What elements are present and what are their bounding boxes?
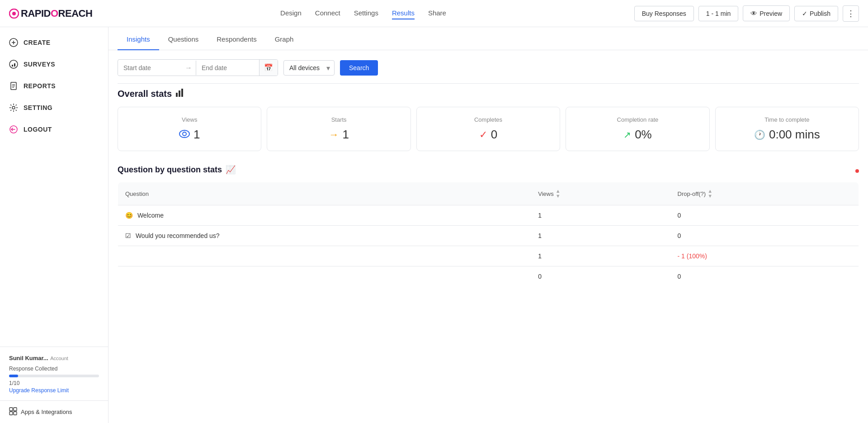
stat-value-views: 1 <box>179 128 200 142</box>
table-row: 0 0 <box>118 266 859 287</box>
td-views-row3: 1 <box>531 246 670 266</box>
sidebar-footer: Sunil Kumar... Account Response Collecte… <box>0 347 108 400</box>
tab-insights[interactable]: Insights <box>118 27 159 50</box>
sidebar-item-logout[interactable]: LOGOUT <box>0 119 108 140</box>
nav-settings[interactable]: Settings <box>354 7 378 19</box>
user-name: Sunil Kumar... <box>9 355 48 361</box>
app-container: RAPIDOREACH Design Connect Settings Resu… <box>0 0 868 423</box>
eye-preview-icon: 👁 <box>750 10 757 17</box>
svg-rect-6 <box>12 65 13 67</box>
plus-circle-icon <box>9 38 18 47</box>
start-date-input[interactable] <box>118 61 181 75</box>
nav-connect[interactable]: Connect <box>315 7 340 19</box>
tab-respondents[interactable]: Respondents <box>208 27 265 50</box>
publish-button[interactable]: ✓ Publish <box>794 6 838 21</box>
table-row: 1 - 1 (100%) <box>118 246 859 266</box>
question-table-head: Question Views ▲▼ <box>118 182 859 205</box>
checkbox-icon: ☑ <box>125 232 131 239</box>
logo-icon <box>9 9 19 19</box>
arrow-right-icon: → <box>329 129 339 141</box>
svg-rect-20 <box>181 89 183 97</box>
question-stats-title: Question by question stats 📈 <box>118 160 236 182</box>
svg-point-12 <box>12 106 15 109</box>
upgrade-link[interactable]: Upgrade Response Limit <box>9 387 99 394</box>
response-label: Response Collected <box>9 366 99 372</box>
th-dropoff[interactable]: Drop-off(?) ▲▼ <box>670 182 859 205</box>
td-dropoff-recommend: 0 <box>670 226 859 246</box>
stat-label-time-complete: Time to complete <box>764 116 809 123</box>
search-button[interactable]: Search <box>340 60 378 76</box>
clock-icon: 🕐 <box>754 129 765 140</box>
sub-tabs-bar: Insights Questions Respondents Graph <box>108 27 868 50</box>
sidebar-item-surveys[interactable]: SURVEYS <box>0 53 108 75</box>
question-table-body: 😊 Welcome 1 0 ☑ Would you recommended us… <box>118 205 859 287</box>
line-chart-icon: 📈 <box>226 165 236 175</box>
td-question-welcome: 😊 Welcome <box>118 205 531 226</box>
file-list-icon <box>9 81 18 90</box>
eye-icon <box>179 129 190 141</box>
stat-card-completes: Completes ✓ 0 <box>416 107 560 151</box>
overall-stats-title: Overall stats <box>108 84 868 107</box>
overall-stats-section: Overall stats Views 1 <box>108 84 868 160</box>
header: RAPIDOREACH Design Connect Settings Resu… <box>0 0 868 27</box>
svg-point-22 <box>183 132 186 136</box>
preview-button[interactable]: 👁 Preview <box>743 5 790 21</box>
stat-value-completes: ✓ 0 <box>479 128 497 142</box>
td-views-recommend: 1 <box>531 226 670 246</box>
sidebar-item-setting[interactable]: SETTING <box>0 97 108 119</box>
stat-value-starts: → 1 <box>329 128 349 142</box>
progress-bar-container <box>9 375 99 377</box>
smiley-icon: 😊 <box>125 212 133 219</box>
nav-results[interactable]: Results <box>392 7 415 19</box>
red-dot-indicator <box>855 169 859 173</box>
end-date-input[interactable] <box>196 61 259 75</box>
logo-reach: REACH <box>58 8 93 19</box>
table-row: ☑ Would you recommended us? 1 0 <box>118 226 859 246</box>
stat-card-views: Views 1 <box>118 107 261 151</box>
chart-bar-icon <box>9 60 18 69</box>
check-publish-icon: ✓ <box>802 10 807 17</box>
device-select[interactable]: All devices Desktop Mobile Tablet <box>283 60 335 76</box>
svg-point-5 <box>9 60 18 68</box>
negative-dropoff: - 1 (100%) <box>678 252 707 260</box>
svg-rect-19 <box>179 90 180 97</box>
checkmark-icon: ✓ <box>479 129 487 141</box>
logo: RAPIDOREACH <box>9 8 92 19</box>
svg-rect-15 <box>14 408 17 411</box>
td-views-welcome: 1 <box>531 205 670 226</box>
logo-text: RAPIDOREACH <box>21 8 92 19</box>
buy-responses-button[interactable]: Buy Responses <box>634 6 694 21</box>
calendar-icon[interactable]: 📅 <box>259 60 278 76</box>
stat-label-views: Views <box>182 116 197 123</box>
header-actions: Buy Responses 1 - 1 min 👁 Preview ✓ Publ… <box>634 5 859 22</box>
sidebar-item-create[interactable]: CREATE <box>0 32 108 53</box>
sidebar-apps-integrations[interactable]: Apps & Integrations <box>0 400 108 423</box>
date-arrow-icon: → <box>181 64 196 72</box>
table-header-row: Question Views ▲▼ <box>118 182 859 205</box>
td-question-row3 <box>118 246 531 266</box>
th-views[interactable]: Views ▲▼ <box>531 182 670 205</box>
user-account: Account <box>50 356 68 361</box>
sort-dropoff-icon: ▲▼ <box>708 189 712 199</box>
logo-rapid: RAPID <box>21 8 51 19</box>
tab-questions[interactable]: Questions <box>159 27 208 50</box>
question-stats-section: Question by question stats 📈 Question <box>108 160 868 296</box>
trend-up-icon: ↗ <box>623 129 631 140</box>
more-button[interactable]: ⋮ <box>843 5 859 22</box>
table-row: 😊 Welcome 1 0 <box>118 205 859 226</box>
sidebar-item-reports[interactable]: REPORTS <box>0 75 108 97</box>
tab-graph[interactable]: Graph <box>266 27 303 50</box>
stat-cards: Views 1 Starts → 1 <box>108 107 868 160</box>
td-views-row4: 0 <box>531 266 670 287</box>
time-range-button[interactable]: 1 - 1 min <box>698 6 738 21</box>
svg-point-21 <box>179 130 189 138</box>
td-question-recommend: ☑ Would you recommended us? <box>118 226 531 246</box>
main-content: Insights Questions Respondents Graph → 📅… <box>108 27 868 423</box>
main-layout: CREATE SURVEYS REPORTS SET <box>0 27 868 423</box>
nav-share[interactable]: Share <box>428 7 446 19</box>
logo-o: O <box>51 8 58 19</box>
progress-text: 1/10 <box>9 380 99 386</box>
nav-design[interactable]: Design <box>280 7 302 19</box>
td-dropoff-welcome: 0 <box>670 205 859 226</box>
bar-chart-icon <box>175 88 185 100</box>
